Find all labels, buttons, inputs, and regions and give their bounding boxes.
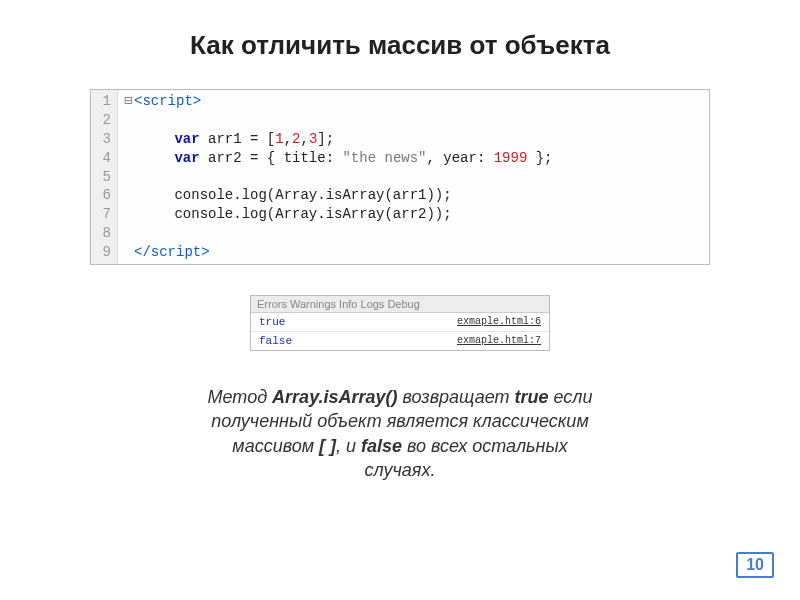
code-token: }; (527, 150, 552, 166)
description: Метод Array.isArray() возвращает true ес… (80, 385, 720, 482)
line-number: 7 (97, 205, 111, 224)
desc-bold: [ ] (319, 436, 336, 456)
code-token: , year: (426, 150, 493, 166)
line-number: 3 (97, 130, 111, 149)
console-tabs: Errors Warnings Info Logs Debug (251, 296, 549, 313)
slide-title: Как отличить массив от объекта (50, 30, 750, 61)
code-token: <script> (134, 93, 201, 109)
desc-text: во всех остальных (402, 436, 568, 456)
code-token: , (300, 131, 308, 147)
code-token: </scr (134, 244, 176, 260)
code-token: 1 (275, 131, 283, 147)
desc-text: Метод (208, 387, 273, 407)
line-number: 6 (97, 186, 111, 205)
console-value: true (259, 316, 285, 328)
line-number: 4 (97, 149, 111, 168)
line-gutter: 1 2 3 4 5 6 7 8 9 (91, 90, 118, 264)
console-row: true exmaple.html:6 (251, 313, 549, 332)
code-token: "the news" (342, 150, 426, 166)
console-row: false exmaple.html:7 (251, 332, 549, 350)
line-number: 1 (97, 92, 111, 111)
desc-text: , и (336, 436, 361, 456)
page-number: 10 (736, 552, 774, 578)
line-number: 2 (97, 111, 111, 130)
desc-text: возвращает (398, 387, 515, 407)
console-output: Errors Warnings Info Logs Debug true exm… (250, 295, 550, 351)
console-source: exmaple.html:6 (457, 316, 541, 328)
code-token: console.log(Array.isArray(arr2)); (174, 206, 451, 222)
desc-text: массивом (232, 436, 319, 456)
code-token: console.log(Array.isArray(arr1)); (174, 187, 451, 203)
desc-bold: true (514, 387, 548, 407)
desc-bold: false (361, 436, 402, 456)
code-token: var (174, 131, 199, 147)
desc-bold: Array.isArray() (272, 387, 397, 407)
desc-text: случаях. (365, 460, 436, 480)
line-number: 9 (97, 243, 111, 262)
line-number: 8 (97, 224, 111, 243)
code-token: arr2 = { title: (200, 150, 343, 166)
fold-icon: ⊟ (124, 92, 134, 111)
code-block: 1 2 3 4 5 6 7 8 9 ⊟<script> var arr1 = [… (90, 89, 710, 265)
desc-text: если (548, 387, 592, 407)
code-token: ipt> (176, 244, 210, 260)
code-token: , (284, 131, 292, 147)
console-value: false (259, 335, 292, 347)
line-number: 5 (97, 168, 111, 187)
desc-text: полученный объект является классическим (211, 411, 588, 431)
code-content: ⊟<script> var arr1 = [1,2,3]; var arr2 =… (118, 90, 709, 264)
code-token: arr1 = [ (200, 131, 276, 147)
code-token: 1999 (494, 150, 528, 166)
code-token: var (174, 150, 199, 166)
code-token: ]; (317, 131, 334, 147)
console-source: exmaple.html:7 (457, 335, 541, 347)
